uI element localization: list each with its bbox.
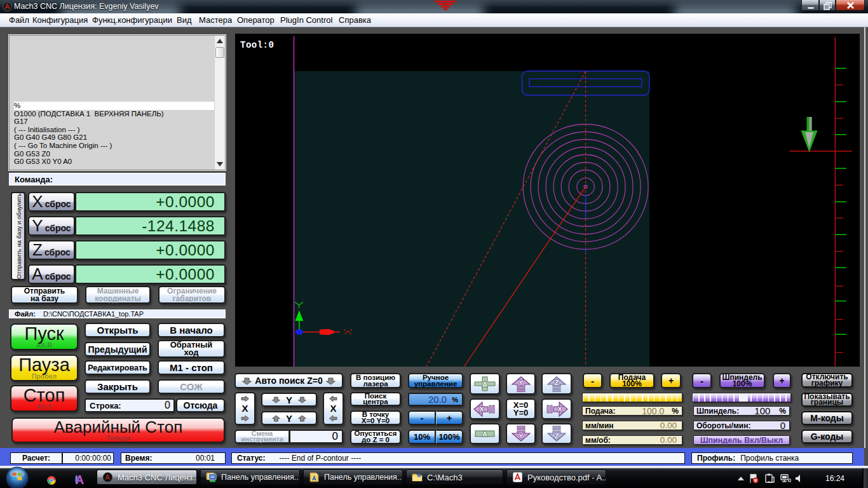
svg-text:Y: Y <box>519 379 524 386</box>
svg-text:Tool:0: Tool:0 <box>240 40 274 50</box>
svg-text:A: A <box>482 430 487 437</box>
svg-text:Z: Z <box>555 379 559 386</box>
svg-text:X: X <box>479 405 484 413</box>
svg-text:A: A <box>482 381 487 388</box>
svg-text:Y: Y <box>519 432 524 440</box>
svg-text:Z: Z <box>555 432 559 440</box>
svg-text:X: X <box>557 405 562 413</box>
